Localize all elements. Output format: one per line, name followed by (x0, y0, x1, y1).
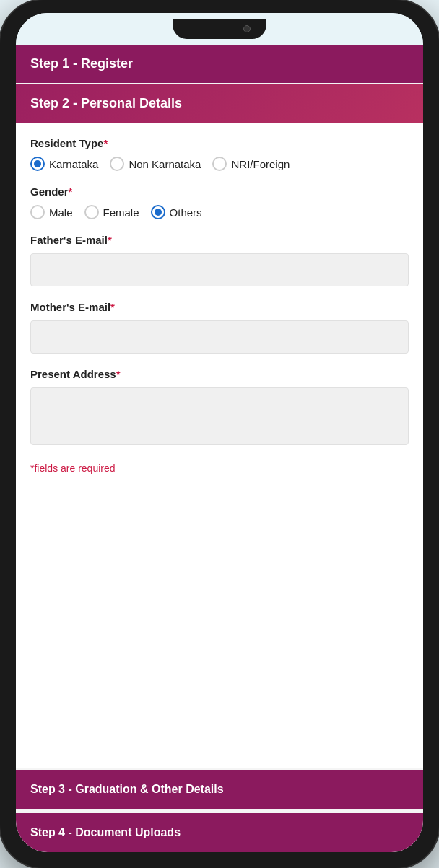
resident-nri-radio[interactable] (212, 157, 227, 171)
mothers-email-required-star: * (110, 301, 115, 313)
required-note: *fields are required (30, 463, 409, 474)
gender-others-radio[interactable] (151, 205, 165, 219)
resident-karnataka-option[interactable]: Karnataka (30, 157, 98, 171)
resident-type-radio-group: Karnataka Non Karnataka NRI/Foreign (30, 157, 409, 171)
form-section: Resident Type* Karnataka Non Karnataka (16, 123, 423, 768)
mothers-email-group: Mother's E-mail* (30, 301, 409, 354)
step4-header[interactable]: Step 4 - Document Uploads (16, 813, 423, 852)
fathers-email-required-star: * (108, 234, 112, 246)
present-address-input[interactable] (30, 387, 409, 445)
step1-header[interactable]: Step 1 - Register (16, 45, 423, 83)
camera-icon (243, 25, 251, 32)
gender-male-option[interactable]: Male (30, 205, 73, 219)
resident-nri-label: NRI/Foreign (231, 158, 290, 170)
resident-karnataka-radio[interactable] (30, 157, 45, 171)
fathers-email-label: Father's E-mail* (30, 234, 409, 246)
gender-others-label: Others (170, 206, 202, 219)
resident-non-karnataka-radio[interactable] (110, 157, 124, 171)
gender-label: Gender* (30, 185, 409, 198)
notch (173, 19, 266, 39)
gender-female-label: Female (103, 206, 139, 219)
mothers-email-label: Mother's E-mail* (30, 301, 409, 313)
mothers-email-input[interactable] (30, 320, 409, 354)
fathers-email-group: Father's E-mail* (30, 234, 409, 286)
gender-others-option[interactable]: Others (151, 205, 202, 219)
screen-content: Step 1 - Register Step 2 - Personal Deta… (16, 45, 423, 852)
present-address-required-star: * (116, 368, 121, 380)
present-address-group: Present Address* (30, 368, 409, 448)
gender-female-radio[interactable] (84, 205, 99, 219)
step1-label: Step 1 - Register (30, 56, 133, 71)
gender-male-label: Male (49, 206, 73, 219)
notch-area (16, 13, 423, 45)
step2-label: Step 2 - Personal Details (30, 96, 182, 110)
resident-type-required-star: * (103, 137, 108, 149)
gender-radio-group: Male Female Others (30, 205, 409, 219)
fathers-email-input[interactable] (30, 253, 409, 286)
resident-non-karnataka-label: Non Karnataka (129, 158, 201, 170)
gender-male-radio[interactable] (30, 205, 45, 219)
resident-karnataka-label: Karnataka (49, 158, 98, 170)
phone-frame: Step 1 - Register Step 2 - Personal Deta… (0, 0, 439, 868)
phone-screen: Step 1 - Register Step 2 - Personal Deta… (16, 13, 423, 852)
present-address-label: Present Address* (30, 368, 409, 380)
gender-female-option[interactable]: Female (84, 205, 139, 219)
resident-nri-option[interactable]: NRI/Foreign (212, 157, 290, 171)
gender-group: Gender* Male Female Others (30, 185, 409, 219)
gender-required-star: * (69, 185, 73, 198)
step3-header[interactable]: Step 3 - Graduation & Other Details (16, 770, 423, 809)
step2-header[interactable]: Step 2 - Personal Details (16, 84, 423, 123)
divider-2 (16, 810, 423, 812)
steps-bottom: Step 3 - Graduation & Other Details Step… (16, 770, 423, 852)
step4-label: Step 4 - Document Uploads (30, 826, 181, 838)
step3-label: Step 3 - Graduation & Other Details (30, 783, 224, 795)
resident-non-karnataka-option[interactable]: Non Karnataka (110, 157, 201, 171)
resident-type-label: Resident Type* (30, 137, 409, 149)
resident-type-group: Resident Type* Karnataka Non Karnataka (30, 137, 409, 171)
